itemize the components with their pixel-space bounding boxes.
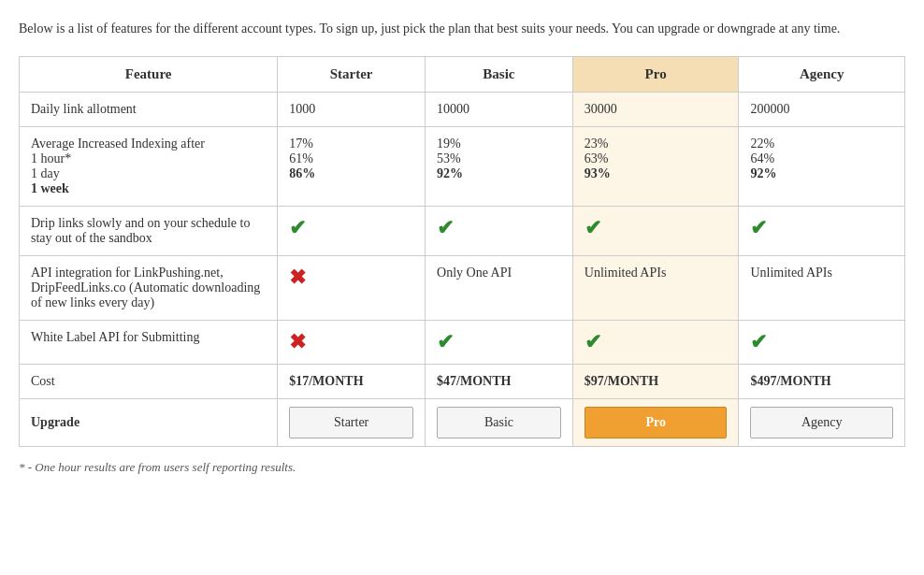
row-indexing: Average Increased Indexing after 1 hour*…	[20, 127, 905, 207]
check-icon: ✔	[585, 330, 601, 353]
indexing-basic: 19% 53% 92%	[426, 127, 573, 207]
daily-link-agency: 200000	[739, 93, 905, 127]
daily-link-starter: 1000	[278, 93, 426, 127]
row-upgrade: Upgrade Starter Basic Pro Agency	[20, 399, 905, 447]
white-label-pro: ✔	[572, 321, 739, 365]
col-header-basic: Basic	[426, 57, 573, 93]
cost-pro: $97/MONTH	[572, 365, 739, 399]
cost-starter: $17/MONTH	[278, 365, 426, 399]
check-icon: ✔	[437, 216, 454, 239]
drip-starter: ✔	[278, 207, 426, 256]
api-pro: Unlimited APIs	[572, 256, 739, 321]
cross-icon: ✖	[289, 330, 306, 353]
feature-white-label: White Label API for Submitting	[20, 321, 278, 365]
row-white-label: White Label API for Submitting ✖ ✔ ✔ ✔	[20, 321, 905, 365]
cost-basic: $47/MONTH	[426, 365, 573, 399]
upgrade-basic-cell: Basic	[426, 399, 573, 447]
indexing-pro: 23% 63% 93%	[572, 127, 739, 207]
indexing-1day-label: 1 day	[31, 166, 266, 181]
upgrade-starter-cell: Starter	[278, 399, 426, 447]
drip-pro: ✔	[572, 207, 739, 256]
indexing-1hour-label: 1 hour*	[31, 151, 266, 166]
upgrade-pro-cell: Pro	[572, 399, 739, 447]
white-label-starter: ✖	[278, 321, 426, 365]
api-agency: Unlimited APIs	[739, 256, 905, 321]
feature-api: API integration for LinkPushing.net, Dri…	[20, 256, 278, 321]
check-icon: ✔	[437, 330, 454, 353]
check-icon: ✔	[289, 216, 306, 239]
indexing-header: Average Increased Indexing after	[31, 137, 266, 151]
white-label-agency: ✔	[739, 321, 905, 365]
upgrade-label: Upgrade	[20, 399, 278, 447]
indexing-1week-label: 1 week	[31, 181, 266, 196]
col-header-starter: Starter	[278, 57, 426, 93]
indexing-agency: 22% 64% 92%	[739, 127, 905, 207]
upgrade-pro-button[interactable]: Pro	[585, 407, 728, 438]
row-api: API integration for LinkPushing.net, Dri…	[20, 256, 905, 321]
upgrade-agency-button[interactable]: Agency	[750, 407, 893, 438]
daily-link-basic: 10000	[426, 93, 573, 127]
indexing-starter: 17% 61% 86%	[278, 127, 426, 207]
row-drip: Drip links slowly and on your schedule t…	[20, 207, 905, 256]
check-icon: ✔	[750, 330, 767, 353]
row-daily-link: Daily link allotment 1000 10000 30000 20…	[20, 93, 905, 127]
cost-label: Cost	[20, 365, 278, 399]
col-header-pro: Pro	[572, 57, 739, 93]
upgrade-starter-button[interactable]: Starter	[289, 407, 413, 438]
daily-link-pro: 30000	[572, 93, 739, 127]
white-label-basic: ✔	[426, 321, 573, 365]
api-starter: ✖	[278, 256, 426, 321]
check-icon: ✔	[750, 216, 767, 239]
cross-icon: ✖	[289, 266, 306, 289]
row-cost: Cost $17/MONTH $47/MONTH $97/MONTH $497/…	[20, 365, 905, 399]
upgrade-agency-cell: Agency	[739, 399, 905, 447]
footnote: * - One hour results are from users self…	[19, 460, 905, 475]
feature-drip: Drip links slowly and on your schedule t…	[20, 207, 278, 256]
col-header-feature: Feature	[20, 57, 278, 93]
feature-daily-link: Daily link allotment	[20, 93, 278, 127]
drip-basic: ✔	[426, 207, 573, 256]
intro-text: Below is a list of features for the diff…	[19, 19, 905, 39]
upgrade-basic-button[interactable]: Basic	[437, 407, 561, 438]
check-icon: ✔	[585, 216, 601, 239]
feature-indexing: Average Increased Indexing after 1 hour*…	[20, 127, 278, 207]
drip-agency: ✔	[739, 207, 905, 256]
features-table: Feature Starter Basic Pro Agency Daily l…	[19, 56, 905, 447]
col-header-agency: Agency	[739, 57, 905, 93]
cost-agency: $497/MONTH	[739, 365, 905, 399]
api-basic: Only One API	[426, 256, 573, 321]
